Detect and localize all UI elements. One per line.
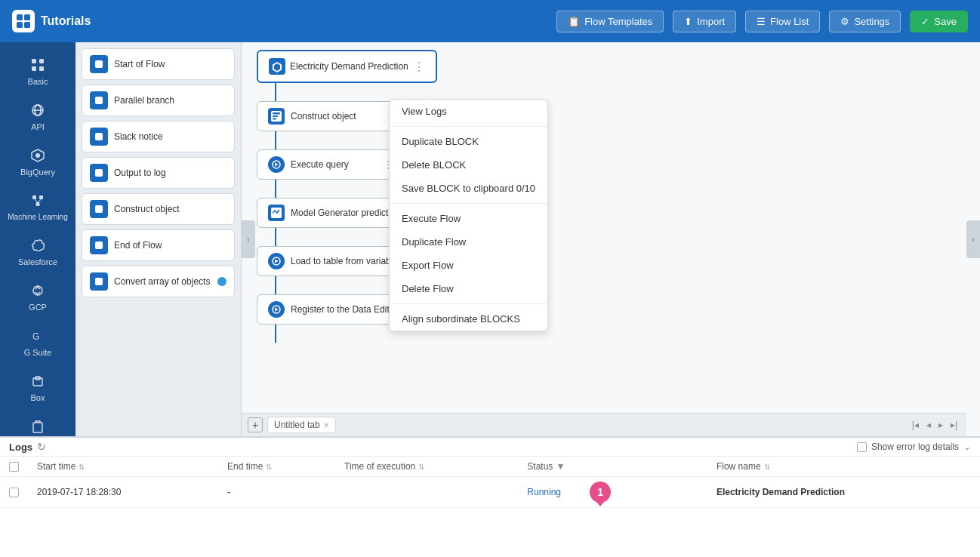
row-status: Running 1 — [518, 477, 707, 508]
save-button[interactable]: ✓ Save — [910, 11, 968, 32]
select-all-checkbox[interactable] — [9, 462, 19, 472]
menu-save-block[interactable]: Save BLOCK to clipboard 0/10 — [390, 177, 547, 200]
sort-icon[interactable]: ⇅ — [266, 463, 272, 471]
svg-rect-2 — [17, 22, 23, 28]
sort-icon[interactable]: ⇅ — [79, 463, 85, 471]
menu-delete-flow[interactable]: Delete Flow — [390, 277, 547, 300]
menu-export-flow[interactable]: Export Flow — [390, 254, 547, 277]
tab-last-btn[interactable]: ▸| — [948, 418, 960, 432]
menu-delete-block[interactable]: Delete BLOCK — [390, 153, 547, 177]
refresh-icon[interactable]: ↻ — [37, 441, 46, 453]
svg-line-16 — [35, 199, 39, 202]
svg-text:G: G — [32, 331, 39, 342]
tab-nav: |◂ ◂ ▸ ▸| — [909, 418, 960, 432]
api-icon — [29, 101, 47, 119]
col-header-time-exec: Time of execution ⇅ — [335, 457, 518, 477]
filter-icon[interactable]: ▼ — [556, 461, 565, 472]
row-end-time: - — [218, 477, 335, 508]
untitled-tab[interactable]: Untitled tab ✕ — [267, 417, 336, 433]
node-icon — [268, 301, 285, 318]
block-end-of-flow[interactable]: End of Flow — [82, 229, 235, 261]
flow-list-button[interactable]: ☰ Flow List — [745, 11, 820, 32]
sidebar: Basic API BigQuery — [0, 42, 76, 436]
tab-prev-btn[interactable]: ◂ — [923, 418, 934, 432]
svg-point-12 — [35, 153, 40, 158]
svg-rect-7 — [39, 66, 44, 71]
show-error-area: Show error log details ⌄ — [857, 442, 971, 452]
status-cell: Running 1 — [527, 482, 698, 503]
settings-button[interactable]: ⚙ Settings — [829, 11, 901, 32]
app-logo: Tutorials — [12, 10, 91, 32]
sort-icon[interactable]: ⇅ — [764, 463, 770, 471]
block-slack-notice[interactable]: Slack notice — [82, 121, 235, 152]
template-icon: 📋 — [568, 16, 580, 27]
row-checkbox-cell — [0, 477, 28, 508]
list-icon: ☰ — [757, 16, 766, 27]
node-more-icon[interactable]: ⋮ — [413, 60, 425, 74]
col-header-status: Status ▼ — [518, 457, 707, 477]
connector-2 — [275, 131, 276, 149]
tab-close-icon[interactable]: ✕ — [323, 421, 329, 429]
sidebar-item-ml[interactable]: Machine Learning — [0, 184, 76, 229]
logs-header: Logs ↻ Show error log details ⌄ — [0, 438, 980, 457]
col-header-start-time: Start time ⇅ — [28, 457, 218, 477]
node-label: Electricity Demand Prediction — [290, 61, 408, 72]
svg-rect-27 — [95, 205, 103, 213]
flow-node-execute[interactable]: Execute query ⋮ — [257, 149, 404, 180]
block-output-to-log[interactable]: Output to log — [82, 157, 235, 189]
add-tab-button[interactable]: + — [248, 417, 263, 432]
show-error-label: Show error log details — [871, 442, 959, 452]
sidebar-item-basic[interactable]: Basic — [0, 48, 76, 94]
tab-first-btn[interactable]: |◂ — [909, 418, 922, 432]
main-area: Basic API BigQuery — [0, 42, 980, 436]
svg-rect-1 — [24, 14, 30, 20]
ml-icon — [29, 192, 47, 210]
block-parallel-branch[interactable]: Parallel branch — [82, 85, 235, 116]
gsuite-icon: G — [29, 327, 47, 345]
menu-execute-flow[interactable]: Execute Flow — [390, 207, 547, 230]
svg-line-17 — [38, 199, 42, 202]
sidebar-item-box[interactable]: Box — [0, 365, 76, 410]
expand-icon[interactable]: ⌄ — [963, 442, 971, 452]
canvas-collapse-right[interactable]: › — [966, 220, 980, 258]
logo-icon — [12, 10, 35, 32]
flow-node-construct[interactable]: Construct object — [257, 101, 404, 131]
sidebar-item-salesforce[interactable]: Salesforce — [0, 229, 76, 274]
block-icon — [90, 128, 108, 146]
sidebar-item-gsuite[interactable]: G G Suite — [0, 319, 76, 365]
svg-rect-26 — [95, 169, 103, 177]
status-badge: 1 — [590, 482, 611, 503]
node-icon — [269, 58, 285, 75]
menu-view-logs[interactable]: View Logs — [390, 100, 547, 123]
menu-duplicate-flow[interactable]: Duplicate Flow — [390, 230, 547, 254]
canvas-tab-bar: + Untitled tab ✕ |◂ ◂ ▸ ▸| — [242, 413, 966, 436]
menu-align-blocks[interactable]: Align subordinate BLOCKS — [390, 307, 547, 331]
canvas-collapse-left[interactable]: ‹ — [242, 220, 255, 258]
sidebar-item-bigquery[interactable]: BigQuery — [0, 139, 76, 184]
block-construct-object[interactable]: Construct object — [82, 193, 235, 225]
row-checkbox[interactable] — [9, 488, 19, 497]
app-title: Tutorials — [41, 14, 91, 28]
menu-duplicate-block[interactable]: Duplicate BLOCK — [390, 130, 547, 153]
block-panel: Start of Flow Parallel branch Slack noti… — [76, 42, 242, 436]
col-header-end-time: End time ⇅ — [218, 457, 335, 477]
connector-5 — [275, 276, 276, 294]
block-icon — [90, 91, 108, 109]
block-icon — [90, 272, 108, 291]
block-start-of-flow[interactable]: Start of Flow — [82, 48, 235, 80]
flow-node-top[interactable]: Electricity Demand Prediction ⋮ — [257, 50, 437, 83]
sidebar-item-clipboard[interactable]: Clipboard — [0, 410, 76, 436]
basic-icon — [29, 56, 47, 74]
block-icon — [90, 55, 108, 73]
menu-divider-1 — [390, 126, 547, 127]
show-error-checkbox[interactable] — [857, 442, 867, 452]
sidebar-item-api[interactable]: API — [0, 94, 76, 139]
svg-rect-13 — [32, 195, 36, 199]
block-convert-array[interactable]: Convert array of objects — [82, 266, 235, 297]
import-button[interactable]: ⬆ Import — [673, 11, 736, 32]
sort-icon[interactable]: ⇅ — [418, 463, 424, 471]
svg-rect-28 — [95, 242, 103, 249]
tab-next-btn[interactable]: ▸ — [935, 418, 946, 432]
flow-templates-button[interactable]: 📋 Flow Templates — [556, 11, 664, 32]
sidebar-item-gcp[interactable]: GCP — [0, 274, 76, 319]
